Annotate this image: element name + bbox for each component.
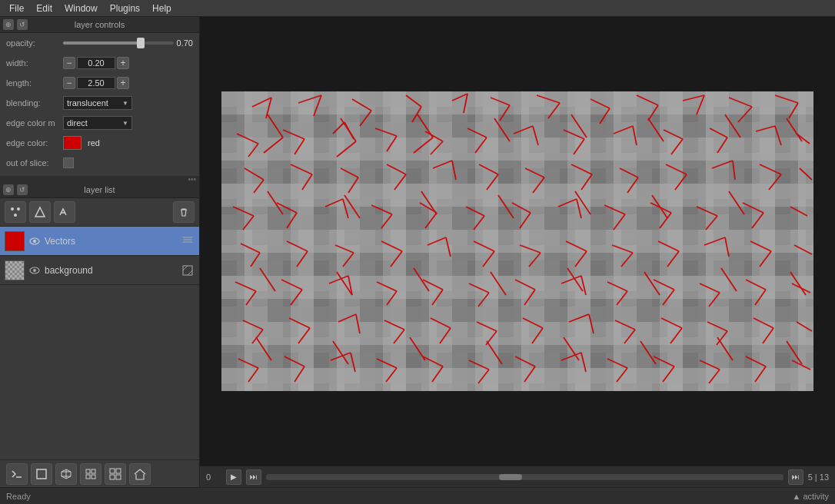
svg-line-180	[700, 284, 720, 293]
svg-rect-14	[37, 469, 46, 479]
out-of-slice-checkbox[interactable]	[63, 158, 74, 168]
svg-marker-3	[35, 207, 45, 217]
svg-line-157	[750, 241, 771, 251]
svg-line-76	[614, 126, 633, 134]
menu-file[interactable]: File	[3, 2, 30, 15]
svg-line-47	[500, 105, 510, 121]
svg-line-186	[252, 330, 263, 343]
edge-color-row: edge color: red	[0, 133, 199, 153]
grid-view-btn[interactable]	[80, 463, 101, 485]
svg-line-209	[797, 322, 812, 331]
layer-list-icon1[interactable]: ⊕	[3, 184, 14, 195]
menu-help[interactable]: Help	[146, 2, 178, 15]
layer-controls-icon1[interactable]: ⊕	[3, 19, 14, 30]
width-control: − +	[63, 57, 129, 69]
svg-line-74	[564, 130, 584, 139]
svg-line-225	[581, 353, 586, 372]
svg-line-132	[743, 203, 763, 213]
timeline-frame-display: 5 | 13	[808, 472, 829, 482]
svg-line-246	[268, 191, 283, 214]
home-btn[interactable]	[129, 463, 151, 485]
svg-line-168	[423, 280, 443, 290]
width-increment[interactable]: +	[117, 57, 129, 69]
add-points-btn[interactable]	[5, 201, 26, 223]
svg-line-77	[633, 126, 637, 145]
activity-button[interactable]: ▲ activity	[792, 492, 829, 501]
svg-line-191	[384, 320, 404, 330]
delete-layer-btn[interactable]	[173, 201, 195, 223]
svg-line-164	[329, 276, 348, 284]
svg-line-258	[644, 272, 660, 295]
svg-line-228	[654, 356, 674, 366]
width-decrement[interactable]: −	[63, 57, 75, 69]
console-btn[interactable]	[6, 463, 28, 485]
svg-line-263	[410, 337, 425, 360]
svg-line-52	[637, 95, 658, 105]
svg-line-203	[661, 318, 682, 328]
background-visibility-toggle[interactable]	[28, 264, 42, 277]
svg-line-251	[652, 195, 667, 218]
canvas-container[interactable]	[200, 17, 835, 466]
svg-line-125	[577, 199, 581, 218]
svg-line-111	[243, 216, 254, 230]
opacity-slider[interactable]	[63, 41, 174, 45]
svg-rect-19	[110, 469, 115, 473]
menu-plugins[interactable]: Plugins	[104, 2, 146, 15]
svg-line-266	[640, 341, 656, 364]
left-panel: ⊕ ↺ layer controls opacity: 0.70 width: …	[0, 17, 200, 487]
length-decrement[interactable]: −	[63, 77, 75, 89]
layer-list-icon2[interactable]: ↺	[17, 184, 28, 195]
layer-item-background[interactable]: background	[0, 256, 199, 285]
svg-line-152	[621, 253, 633, 267]
3d-view-btn[interactable]	[55, 463, 77, 485]
width-input[interactable]	[77, 57, 115, 69]
svg-line-44	[452, 94, 467, 101]
svg-line-126	[604, 205, 625, 214]
svg-line-82	[756, 126, 775, 131]
svg-rect-21	[110, 475, 115, 479]
svg-rect-18	[91, 475, 95, 479]
svg-line-5	[12, 236, 19, 249]
svg-line-161	[246, 291, 256, 305]
quad-view-btn[interactable]	[105, 463, 126, 485]
svg-line-53	[648, 105, 658, 121]
svg-line-177	[617, 291, 627, 305]
svg-line-93	[433, 161, 452, 168]
edge-color-mode-dropdown[interactable]: direct ▼	[63, 116, 132, 130]
svg-line-150	[575, 251, 587, 267]
menu-window[interactable]: Window	[58, 2, 104, 15]
svg-line-144	[446, 237, 451, 257]
svg-line-185	[243, 320, 263, 330]
vectors-visibility-toggle[interactable]	[28, 234, 42, 248]
length-input[interactable]	[77, 77, 115, 89]
svg-line-100	[581, 174, 592, 190]
blending-row: blending: translucent ▼	[0, 93, 199, 113]
timeline-end-btn[interactable]: ⏭	[246, 469, 261, 485]
svg-line-156	[725, 237, 729, 257]
add-labels-btn[interactable]	[54, 201, 75, 223]
svg-line-143	[427, 237, 446, 245]
vectors-type-icon	[181, 234, 195, 248]
add-shapes-btn[interactable]	[29, 201, 51, 223]
svg-line-170	[469, 284, 489, 293]
resize-handle[interactable]: •••	[0, 176, 199, 182]
svg-line-151	[612, 245, 633, 253]
edge-color-mode-arrow: ▼	[122, 120, 128, 127]
2d-view-btn[interactable]	[31, 463, 52, 485]
timeline-scrubber[interactable]	[266, 474, 783, 480]
svg-line-87	[291, 164, 312, 174]
blending-dropdown[interactable]: translucent ▼	[63, 96, 132, 110]
timeline-play-btn[interactable]: ▶	[226, 469, 241, 485]
svg-line-148	[529, 253, 541, 267]
main-container: ⊕ ↺ layer controls opacity: 0.70 width: …	[0, 17, 835, 487]
layer-controls-icon2[interactable]: ↺	[17, 19, 28, 30]
layer-item-vectors[interactable]: Vectors	[0, 227, 199, 256]
timeline-last-btn[interactable]: ⏭	[788, 469, 803, 485]
timeline-thumb[interactable]	[499, 474, 522, 480]
svg-line-182	[746, 280, 766, 290]
svg-line-71	[475, 138, 487, 153]
menu-edit[interactable]: Edit	[30, 2, 58, 15]
length-increment[interactable]: +	[117, 77, 129, 89]
edge-color-swatch[interactable]	[63, 136, 82, 150]
svg-line-162	[281, 280, 302, 290]
